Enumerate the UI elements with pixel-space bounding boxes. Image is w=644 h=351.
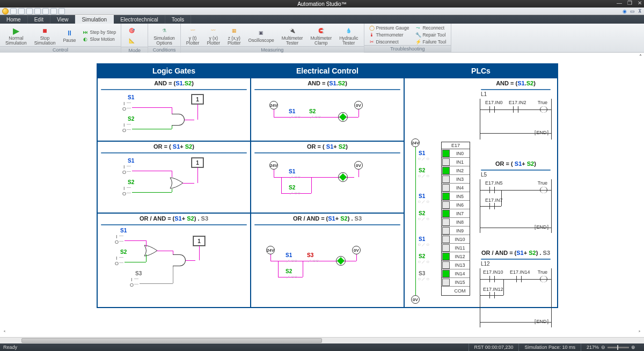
pressure-gauge-button[interactable]: ◯Pressure Gauge (368, 25, 411, 31)
zoom-out-icon[interactable]: ⊖ (601, 345, 605, 350)
slow-icon: ◐ (83, 36, 88, 42)
clamp-icon: 🧲 (316, 26, 326, 35)
hydraulic-icon: 💧 (344, 26, 354, 35)
pause-icon: ⏸ (64, 28, 74, 38)
plc-led-icon (442, 253, 450, 260)
scrollbar-thumb[interactable] (21, 338, 322, 343)
ribbon-collapse-icon[interactable]: ▭ (630, 9, 635, 14)
plot-icon: 〰 (209, 26, 218, 35)
scroll-up-icon[interactable]: ˄ (639, 54, 642, 60)
mode-icons[interactable]: 🎯 📐 (125, 25, 138, 47)
status-rst: RST 00:00:07,230 (469, 343, 519, 351)
switch-icon: ○⟋○ (418, 156, 429, 162)
qat-btn-6[interactable] (50, 8, 57, 14)
disconnect-button[interactable]: ✂Disconnect (368, 39, 411, 45)
oscilloscope-icon: ▣ (257, 28, 266, 38)
title-bar: Automation Studio™ — ❐ ✕ (0, 0, 644, 8)
tab-edit[interactable]: Edit (28, 15, 50, 24)
lamp-icon (339, 113, 347, 121)
mode-icon-set2: 📐 (127, 36, 136, 46)
zoom-in-icon[interactable]: ⊕ (631, 345, 635, 350)
plc-orand-title: OR / AND = (S1+ S2) . S3 (478, 248, 554, 259)
zxy-plotter-button[interactable]: ▦z (x,y) Plotter (225, 25, 243, 46)
plc-input-row: IN4 (442, 184, 470, 192)
scroll-left-icon[interactable]: ˂ (3, 330, 6, 336)
horizontal-scrollbar[interactable] (0, 337, 644, 343)
plc-0v: 0V (411, 295, 420, 304)
ribbon-pin-icon[interactable]: ⊼ (638, 9, 642, 14)
scroll-right-icon[interactable]: ˃ (638, 330, 641, 336)
plc-led-icon (442, 184, 450, 192)
tab-electrotechnical[interactable]: Electrotechnical (114, 15, 165, 24)
clamp-button[interactable]: 🧲Multimeter Clamp (308, 25, 334, 46)
stop-simulation-button[interactable]: ■ Stop Simulation (32, 25, 58, 46)
switch-icon: ○⟋○ (418, 242, 429, 247)
failure-tool-button[interactable]: ⚡Failure Tool (414, 39, 448, 45)
header-electrical-control: Electrical Control (251, 64, 404, 78)
tab-view[interactable]: View (50, 15, 76, 24)
tab-simulation[interactable]: Simulation (75, 15, 114, 24)
zoom-slider[interactable] (608, 347, 629, 348)
help-icon[interactable]: ◉ (623, 9, 627, 14)
plc-led-icon (442, 236, 450, 243)
plc-input-row: IN12 (442, 252, 470, 261)
thermometer-button[interactable]: 🌡Thermometer (368, 32, 411, 38)
or-title: OR = ( S1+ S2) (98, 142, 250, 152)
yx-plotter-button[interactable]: 〰y (x) Plotter (204, 25, 222, 46)
status-pace: Simulation Pace: 10 ms (518, 343, 581, 351)
reconnect-button[interactable]: ⤳Reconnect (414, 25, 448, 31)
and-title: AND = (S1.S2) (98, 78, 250, 89)
plc-input-row: IN11 (442, 244, 470, 252)
or-title-ec: OR = ( S1+ S2) (251, 142, 404, 152)
pause-button[interactable]: ⏸ Pause (61, 27, 78, 44)
qat-btn-4[interactable] (34, 8, 41, 14)
slow-motion-button[interactable]: ◐Slow Motion (81, 36, 118, 42)
plc-led-icon (442, 244, 450, 252)
tab-home[interactable]: Home (0, 15, 28, 24)
orand-title-ec: OR / AND = (S1+ S2) . S3 (251, 214, 404, 224)
thermometer-icon: 🌡 (369, 32, 375, 38)
multimeter-button[interactable]: 🔌Multimeter Tester (280, 25, 305, 46)
ribbon-group-mode: 🎯 📐 Mode (121, 24, 148, 52)
simulation-options-button[interactable]: ⚗ Simulation Options (151, 25, 177, 46)
app-orb-icon[interactable] (2, 8, 9, 14)
canvas-workspace[interactable]: ˄ ˂ ˃ Logic Gates Electrical Control PLC… (0, 53, 644, 337)
qat-btn-1[interactable] (10, 8, 17, 14)
plc-led-icon (442, 218, 450, 226)
plc-input-row: IN9 (442, 226, 470, 235)
repair-tool-button[interactable]: 🔧Repair Tool (414, 32, 448, 38)
qat-btn-7[interactable] (58, 8, 65, 14)
step-by-step-button[interactable]: ⏭Step by Step (81, 29, 118, 35)
app-title: Automation Studio™ (297, 1, 347, 7)
qat-btn-5[interactable] (42, 8, 49, 14)
quick-access-toolbar: ◉ ▭ ⊼ (0, 8, 644, 15)
flask-icon: ⚗ (159, 26, 169, 35)
orand-title: OR / AND = (S1+ S2) . S3 (98, 214, 250, 224)
plc-device: E17 IN0IN1IN2IN3IN4IN5IN6IN7IN8IN9IN10IN… (441, 142, 470, 296)
window-controls: — ❐ ✕ (617, 0, 642, 6)
plc-input-row: IN15 (442, 278, 470, 287)
normal-simulation-button[interactable]: ▶ Normal Simulation (3, 25, 29, 46)
oscilloscope-button[interactable]: ▣Oscilloscope (246, 27, 276, 44)
plot-icon: 〰 (188, 26, 197, 35)
hydraulic-tester-button[interactable]: 💧Hydraulic Tester (337, 25, 360, 46)
or-gate-diagram: S1 I O S2 I O 1 (98, 155, 250, 204)
ribbon-panel: ▶ Normal Simulation ■ Stop Simulation ⏸ … (0, 24, 644, 53)
tab-tools[interactable]: Tools (165, 15, 191, 24)
switch-icon: ○⟋○ (418, 199, 429, 204)
mode-icon-set: 🎯 (127, 26, 136, 35)
disconnect-icon: ✂ (369, 39, 375, 45)
qat-btn-3[interactable] (26, 8, 33, 14)
status-zoom[interactable]: 217% ⊖ ⊕ (581, 343, 641, 351)
minimize-button[interactable]: — (617, 0, 622, 6)
plc-and-title: AND = (S1.S2) (478, 78, 554, 89)
ribbon-group-conditions: ⚗ Simulation Options Conditions (148, 24, 181, 52)
qat-btn-2[interactable] (18, 8, 25, 14)
ribbon-group-troubleshooting: ◯Pressure Gauge 🌡Thermometer ✂Disconnect… (364, 24, 452, 52)
plc-input-row: COM (442, 287, 470, 295)
maximize-button[interactable]: ❐ (627, 0, 632, 6)
plc-led-icon (442, 176, 450, 183)
close-button[interactable]: ✕ (638, 0, 642, 6)
multimeter-icon: 🔌 (288, 26, 297, 35)
yt-plotter-button[interactable]: 〰y (t) Plotter (184, 25, 202, 46)
